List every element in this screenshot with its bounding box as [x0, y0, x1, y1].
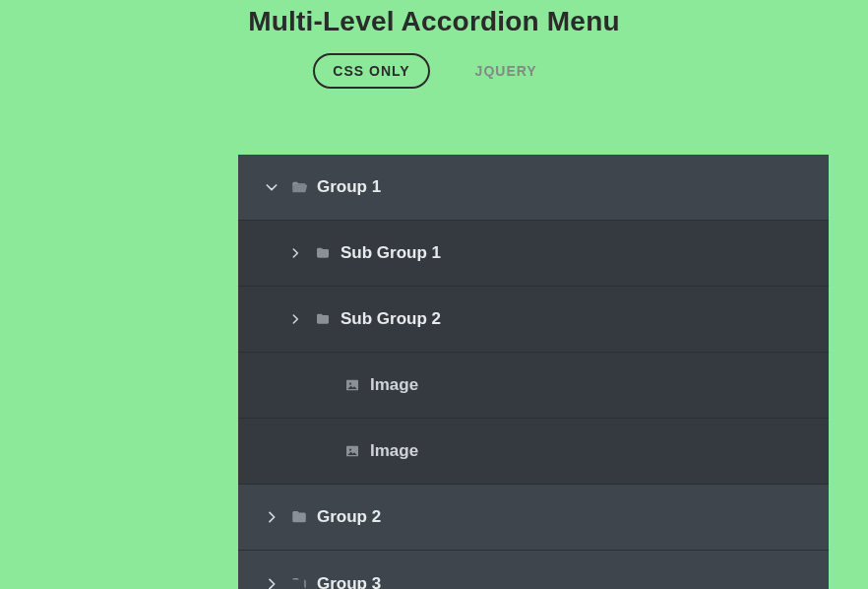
folder-icon — [309, 245, 337, 261]
image-icon — [339, 377, 366, 393]
folder-icon — [285, 508, 313, 526]
chevron-right-icon — [281, 246, 309, 260]
accordion-item-label: Image — [370, 375, 418, 395]
chevron-right-icon — [281, 312, 309, 326]
chevron-down-icon — [258, 179, 285, 195]
chevron-right-icon — [258, 576, 285, 590]
accordion-item-label: Group 3 — [317, 574, 381, 590]
svg-point-1 — [349, 383, 351, 385]
tab-css-only[interactable]: CSS ONLY — [313, 53, 429, 89]
folder-open-icon — [285, 178, 313, 196]
accordion-item-group-3[interactable]: Group 3 — [238, 551, 829, 589]
folder-icon — [285, 575, 313, 590]
accordion-item-label: Image — [370, 441, 418, 461]
accordion-panel: Group 1 Sub Group 1 Sub Group 2 — [238, 155, 829, 589]
page-title: Multi-Level Accordion Menu — [0, 0, 868, 37]
accordion-item-image-1[interactable]: Image — [238, 353, 829, 419]
accordion-item-label: Group 1 — [317, 177, 381, 197]
accordion-item-label: Group 2 — [317, 507, 381, 527]
svg-point-3 — [349, 449, 351, 451]
accordion-item-group-2[interactable]: Group 2 — [238, 485, 829, 551]
tab-jquery[interactable]: JQUERY — [458, 53, 555, 89]
accordion-item-label: Sub Group 2 — [341, 309, 441, 329]
tabs: CSS ONLY JQUERY — [0, 53, 868, 89]
accordion-item-group-1[interactable]: Group 1 — [238, 155, 829, 221]
accordion-item-image-2[interactable]: Image — [238, 419, 829, 485]
page-root: Multi-Level Accordion Menu CSS ONLY JQUE… — [0, 0, 868, 589]
folder-icon — [309, 311, 337, 327]
accordion-item-sub-group-1[interactable]: Sub Group 1 — [238, 221, 829, 287]
chevron-right-icon — [258, 509, 285, 525]
image-icon — [339, 443, 366, 459]
accordion-item-label: Sub Group 1 — [341, 243, 441, 263]
accordion-item-sub-group-2[interactable]: Sub Group 2 — [238, 287, 829, 353]
